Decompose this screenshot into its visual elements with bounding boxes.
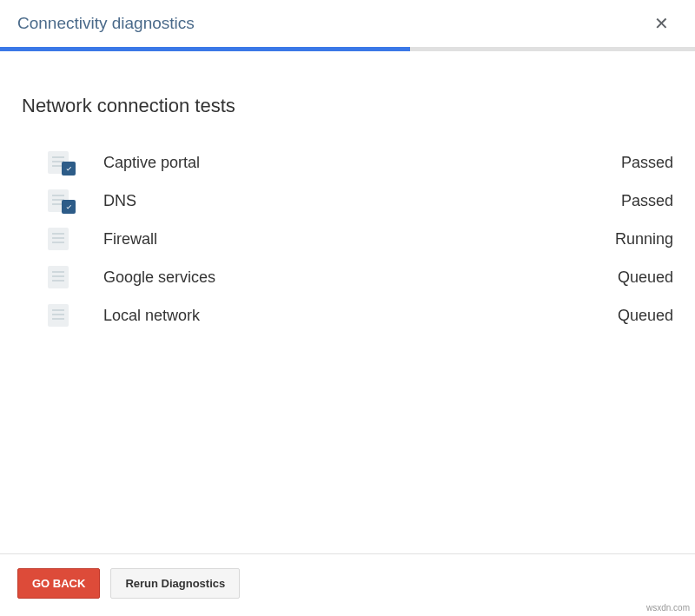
document-icon (48, 304, 69, 327)
section-title: Network connection tests (22, 95, 673, 117)
test-list: Captive portalPassedDNSPassedFirewallRun… (22, 143, 673, 334)
test-status-label: Passed (621, 192, 673, 210)
test-row[interactable]: FirewallRunning (48, 220, 673, 258)
test-status-label: Queued (618, 268, 673, 287)
test-status-label: Passed (621, 154, 673, 172)
test-status-icon (48, 151, 74, 174)
test-row[interactable]: Captive portalPassed (48, 143, 673, 182)
go-back-button[interactable]: GO BACK (17, 568, 100, 599)
test-row[interactable]: DNSPassed (48, 182, 673, 220)
checkmark-icon (62, 200, 76, 214)
document-icon (48, 266, 69, 288)
page-title: Connectivity diagnostics (17, 14, 195, 33)
test-row[interactable]: Google servicesQueued (48, 258, 673, 296)
test-status-icon (48, 304, 74, 327)
content-area: Network connection tests Captive portalP… (0, 51, 695, 334)
test-status-icon (48, 189, 74, 212)
progress-fill (0, 47, 410, 51)
checkmark-icon (62, 162, 76, 176)
test-name: Local network (103, 307, 618, 325)
test-name: Google services (103, 268, 618, 287)
test-status-icon (48, 266, 74, 288)
test-status-icon (48, 228, 74, 250)
test-name: Firewall (103, 230, 615, 248)
rerun-diagnostics-button[interactable]: Rerun Diagnostics (110, 568, 240, 599)
watermark: wsxdn.com (646, 603, 690, 613)
test-row[interactable]: Local networkQueued (48, 296, 673, 334)
test-name: DNS (103, 192, 621, 210)
document-icon (48, 228, 69, 250)
test-name: Captive portal (103, 154, 621, 172)
footer: GO BACK Rerun Diagnostics (0, 553, 695, 616)
test-status-label: Queued (618, 307, 673, 325)
close-button[interactable]: ✕ (645, 15, 678, 32)
header: Connectivity diagnostics ✕ (0, 0, 695, 47)
close-icon: ✕ (654, 14, 669, 33)
test-status-label: Running (615, 230, 673, 248)
